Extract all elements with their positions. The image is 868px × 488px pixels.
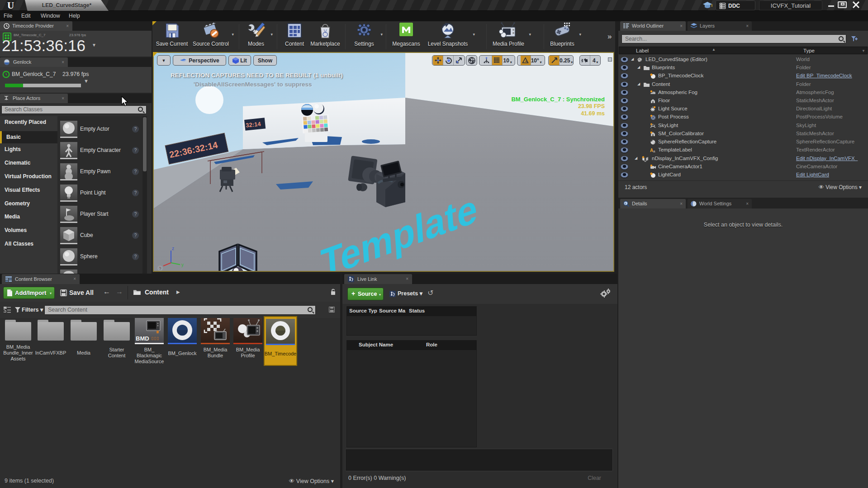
svg-text:V: V: [324, 29, 327, 34]
svg-text:z: z: [172, 246, 174, 251]
svg-text:a: a: [653, 149, 655, 153]
svg-text:i: i: [625, 202, 626, 205]
svg-text:y: y: [181, 262, 184, 267]
svg-text:?: ?: [159, 266, 161, 271]
